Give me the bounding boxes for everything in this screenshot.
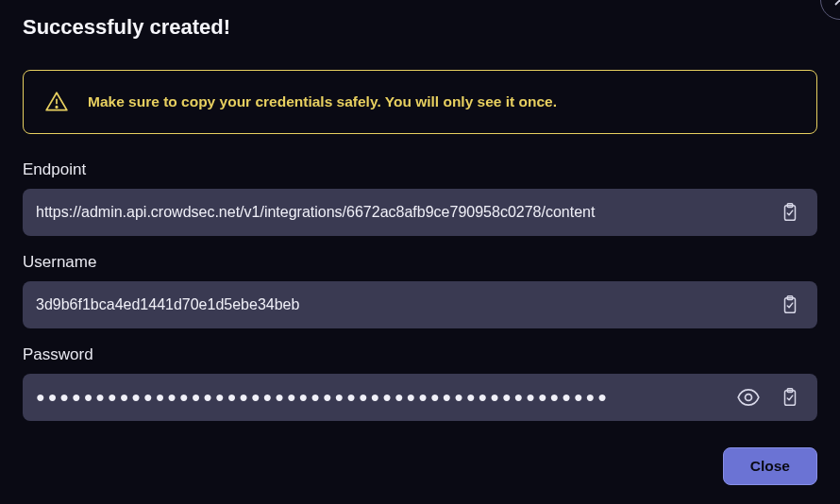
warning-banner: Make sure to copy your credentials safel… bbox=[23, 70, 817, 134]
svg-line-1 bbox=[835, 0, 840, 5]
eye-icon bbox=[736, 385, 761, 410]
username-value[interactable] bbox=[36, 296, 764, 313]
password-field: Password ●●●●●●●●●●●●●●●●●●●●●●●●●●●●●●●… bbox=[23, 345, 817, 421]
warning-text: Make sure to copy your credentials safel… bbox=[88, 93, 557, 110]
endpoint-row bbox=[23, 189, 817, 236]
svg-point-3 bbox=[56, 107, 58, 109]
close-x-button[interactable] bbox=[820, 0, 840, 20]
endpoint-value[interactable] bbox=[36, 204, 764, 221]
clipboard-icon bbox=[780, 294, 800, 315]
toggle-password-visibility-button[interactable] bbox=[732, 381, 764, 413]
username-row bbox=[23, 281, 817, 328]
clipboard-icon bbox=[780, 202, 800, 223]
copy-endpoint-button[interactable] bbox=[776, 198, 804, 227]
modal-title: Successfuly created! bbox=[23, 15, 230, 40]
password-value-masked[interactable]: ●●●●●●●●●●●●●●●●●●●●●●●●●●●●●●●●●●●●●●●●… bbox=[36, 389, 721, 406]
clipboard-icon bbox=[780, 387, 800, 408]
modal-header: Successfuly created! bbox=[23, 15, 817, 40]
close-button[interactable]: Close bbox=[723, 447, 817, 485]
copy-username-button[interactable] bbox=[776, 291, 804, 319]
password-label: Password bbox=[23, 345, 817, 364]
credentials-modal: Successfuly created! Make sure to copy y… bbox=[0, 0, 840, 504]
warning-icon bbox=[44, 90, 69, 114]
close-icon bbox=[832, 0, 840, 8]
modal-footer: Close bbox=[23, 447, 817, 485]
password-row: ●●●●●●●●●●●●●●●●●●●●●●●●●●●●●●●●●●●●●●●●… bbox=[23, 374, 817, 421]
endpoint-label: Endpoint bbox=[23, 160, 817, 179]
username-label: Username bbox=[23, 253, 817, 272]
copy-password-button[interactable] bbox=[776, 383, 804, 412]
svg-point-8 bbox=[746, 395, 752, 401]
username-field: Username bbox=[23, 253, 817, 328]
endpoint-field: Endpoint bbox=[23, 160, 817, 236]
